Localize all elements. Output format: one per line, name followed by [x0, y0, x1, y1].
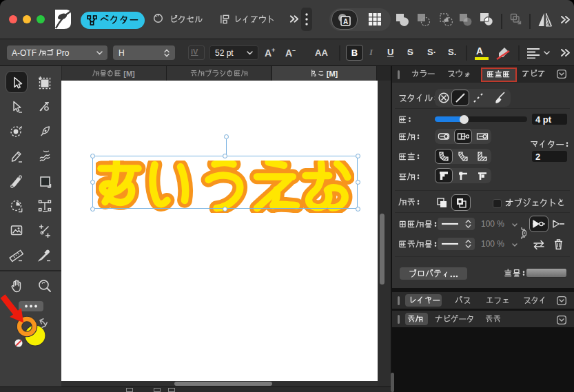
svg-text:A: A [265, 48, 271, 59]
svg-text:A: A [285, 48, 292, 59]
svg-text:–: – [292, 47, 296, 54]
svg-text:+: + [271, 47, 275, 54]
svg-text:A: A [343, 18, 348, 25]
